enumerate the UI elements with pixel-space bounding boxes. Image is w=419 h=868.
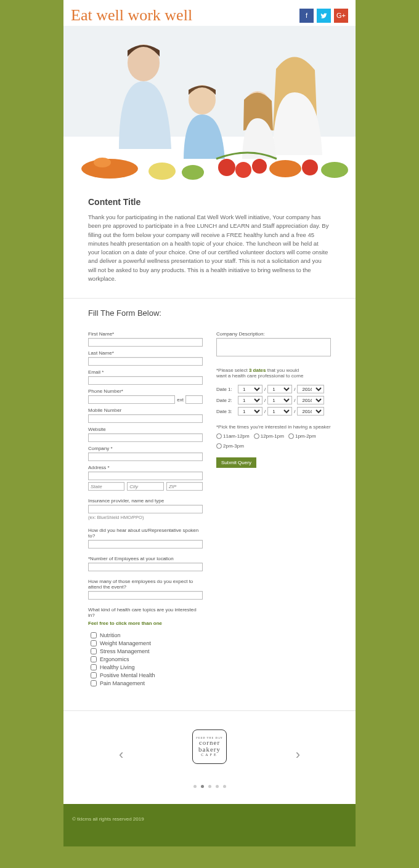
time-radio[interactable] xyxy=(216,443,222,449)
address-label: Address * xyxy=(88,465,203,470)
first-name-input[interactable] xyxy=(88,338,203,347)
date1-day-select[interactable]: 1 xyxy=(267,385,292,393)
email-label: Email * xyxy=(88,369,203,375)
attend-label: How many of those employees do you expec… xyxy=(88,579,203,590)
date3-month-select[interactable]: 1 xyxy=(238,407,262,416)
date1-month-select[interactable]: 1 xyxy=(238,385,262,393)
company-input[interactable] xyxy=(88,452,203,461)
topic-label: Weight Management xyxy=(100,640,151,646)
website-input[interactable] xyxy=(88,433,203,442)
facebook-icon[interactable]: f xyxy=(299,9,314,23)
time-radios: 11am-12pm 12pm-1pm 1pm-2pm 2pm-3pm xyxy=(216,433,331,449)
content-title: Content Title xyxy=(88,197,331,207)
carousel-dots xyxy=(76,785,343,788)
carousel: ‹ FEED THE DAY corner bakery CAFE › xyxy=(63,710,356,804)
times-label: *Pick the times you're interested in hav… xyxy=(216,424,331,430)
zip-input[interactable] xyxy=(166,482,203,491)
form-right-column: Company Description: *Please select 3 da… xyxy=(216,328,331,688)
date3-year-select[interactable]: 2016 xyxy=(297,407,324,416)
content-section: Content Title Thank you for participatin… xyxy=(63,186,356,298)
desc-label: Company Description: xyxy=(216,331,331,337)
carousel-prev-icon[interactable]: ‹ xyxy=(119,746,123,762)
address-input[interactable] xyxy=(88,472,203,480)
submit-button[interactable]: Submit Query xyxy=(216,457,256,468)
topic-checkbox[interactable] xyxy=(91,672,97,678)
header: Eat well work well f G+ xyxy=(63,0,356,26)
form-section: Fill The Form Below: First Name* Last Na… xyxy=(63,299,356,710)
last-name-input[interactable] xyxy=(88,357,203,366)
date3-day-select[interactable]: 1 xyxy=(267,407,292,416)
topic-checkbox[interactable] xyxy=(91,680,97,686)
topic-label: Healthy Living xyxy=(100,664,135,670)
date-row-1: Date 1: 1/ 1/ 2016 xyxy=(216,385,331,393)
date-row-2: Date 2: 1/ 1/ 2016 xyxy=(216,396,331,404)
time-radio[interactable] xyxy=(254,433,259,439)
topic-label: Pain Management xyxy=(100,680,145,686)
insurance-label: Insurance provider, name and type xyxy=(88,498,203,504)
hear-input[interactable] xyxy=(88,540,203,549)
svg-point-15 xyxy=(302,159,318,175)
topic-checkbox[interactable] xyxy=(91,656,97,662)
topics-question: What kind of health care topics are you … xyxy=(88,607,203,618)
attend-input[interactable] xyxy=(88,591,203,600)
city-input[interactable] xyxy=(127,482,163,491)
date-row-3: Date 3: 1/ 1/ 2016 xyxy=(216,407,331,416)
dates-hint: *Please select 3 dates that you would wa… xyxy=(216,368,331,379)
svg-point-8 xyxy=(94,158,111,167)
topic-label: Ergonomics xyxy=(100,656,129,662)
carousel-dot[interactable] xyxy=(223,785,226,788)
svg-point-16 xyxy=(321,162,348,178)
date2-month-select[interactable]: 1 xyxy=(238,396,262,404)
date1-year-select[interactable]: 2016 xyxy=(297,385,324,393)
first-name-label: First Name* xyxy=(88,331,203,337)
svg-point-9 xyxy=(148,163,176,180)
ext-label: ext xyxy=(177,397,184,403)
svg-point-10 xyxy=(182,165,204,180)
topic-checkbox[interactable] xyxy=(91,648,97,654)
website-label: Website xyxy=(88,427,203,432)
site-logo: Eat well work well xyxy=(71,6,192,25)
topic-label: Stress Management xyxy=(100,648,150,654)
date2-year-select[interactable]: 2016 xyxy=(297,396,324,404)
topic-checkbox[interactable] xyxy=(91,664,97,670)
form-left-column: First Name* Last Name* Email * Phone Num… xyxy=(88,328,203,688)
phone-label: Phone Number* xyxy=(88,388,203,394)
employees-label: *Number of Employees at your location xyxy=(88,556,203,561)
form-heading: Fill The Form Below: xyxy=(88,308,331,318)
company-label: Company * xyxy=(88,446,203,451)
carousel-item-logo: FEED THE DAY corner bakery CAFE xyxy=(192,729,227,764)
desc-input[interactable] xyxy=(216,338,331,356)
topic-checkbox[interactable] xyxy=(91,632,97,638)
content-body: Thank you for participating in the natio… xyxy=(88,213,331,283)
topics-list: Nutrition Weight Management Stress Manag… xyxy=(88,632,203,686)
employees-input[interactable] xyxy=(88,563,203,571)
carousel-dot[interactable] xyxy=(208,785,211,788)
state-input[interactable] xyxy=(88,482,124,491)
carousel-dot[interactable] xyxy=(193,785,197,788)
googleplus-icon[interactable]: G+ xyxy=(334,9,348,23)
time-radio[interactable] xyxy=(288,433,294,439)
last-name-label: Last Name* xyxy=(88,350,203,356)
mobile-input[interactable] xyxy=(88,414,203,423)
email-input[interactable] xyxy=(88,376,203,385)
carousel-dot[interactable] xyxy=(201,785,204,788)
topic-checkbox[interactable] xyxy=(91,640,97,646)
twitter-icon[interactable] xyxy=(317,9,331,23)
topics-hint: Feel free to click more than one xyxy=(88,621,162,626)
svg-point-11 xyxy=(218,159,235,176)
topic-label: Positive Mental Health xyxy=(100,672,155,678)
topic-label: Nutrition xyxy=(100,632,121,638)
ext-input[interactable] xyxy=(185,395,203,404)
time-radio[interactable] xyxy=(216,433,222,439)
carousel-dot[interactable] xyxy=(216,785,219,788)
insurance-input[interactable] xyxy=(88,505,203,513)
svg-point-12 xyxy=(235,162,251,178)
svg-point-13 xyxy=(252,159,267,174)
carousel-next-icon[interactable]: › xyxy=(296,746,300,762)
date2-day-select[interactable]: 1 xyxy=(267,396,292,404)
hear-label: How did you hear about us/Representative… xyxy=(88,528,203,539)
footer: © tldcms all rights reserved 2019 xyxy=(63,804,356,846)
phone-input[interactable] xyxy=(88,395,175,404)
insurance-hint: (ex: BlueShield HMO/PPO) xyxy=(88,515,203,520)
social-links: f G+ xyxy=(299,9,348,23)
